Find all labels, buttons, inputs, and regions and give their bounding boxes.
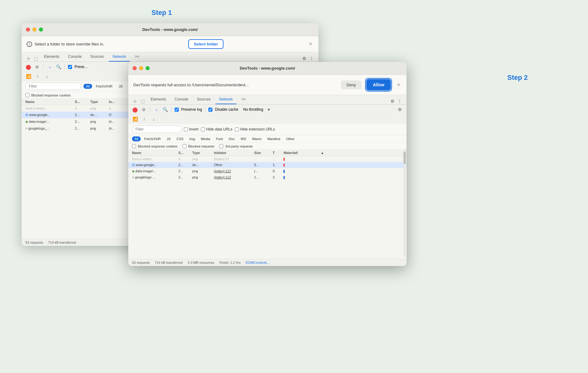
third-party-label: 3rd-party requests bbox=[219, 144, 253, 148]
filter-icon1[interactable]: ⬦ bbox=[47, 64, 53, 70]
notification-bar1: i Select a folder to store override file… bbox=[22, 36, 318, 52]
filter2-img[interactable]: Img bbox=[187, 136, 198, 141]
filter2-other[interactable]: Other bbox=[283, 136, 297, 141]
download-icon2[interactable]: ↓ bbox=[151, 116, 157, 122]
notification-close1[interactable]: × bbox=[308, 41, 313, 47]
throttling-chevron[interactable]: ▾ bbox=[266, 106, 272, 113]
filter-input2[interactable] bbox=[132, 126, 181, 133]
table-row2[interactable]: fced-2-vision... 2... png (index):11 ...… bbox=[128, 156, 407, 162]
invert-checkbox[interactable] bbox=[184, 127, 188, 131]
disable-cache-checkbox[interactable] bbox=[208, 108, 212, 112]
download-icon[interactable]: ↓ bbox=[44, 73, 50, 79]
filter-row2: Invert Hide data URLs Hide extension URL… bbox=[128, 124, 407, 135]
fullscreen-button[interactable] bbox=[39, 28, 43, 32]
more-icon2[interactable]: ⋮ bbox=[397, 98, 403, 104]
blocked-cookies-label1: Blocked response cookies bbox=[25, 93, 71, 97]
tab-console1[interactable]: Console bbox=[64, 52, 85, 62]
requests-count1: 53 requests bbox=[25, 241, 43, 244]
select-folder-button[interactable]: Select folder bbox=[188, 39, 224, 49]
scrollbar-thumb[interactable] bbox=[403, 152, 406, 164]
filter2-css[interactable]: CSS bbox=[174, 136, 186, 141]
clear-icon[interactable]: ⊘ bbox=[34, 64, 40, 70]
cursor-icon[interactable]: ⊹ bbox=[25, 55, 32, 62]
tab-network2[interactable]: Network bbox=[215, 95, 236, 104]
domcontent-link[interactable]: DOMContentL... bbox=[245, 261, 270, 264]
search-icon2[interactable]: 🔍 bbox=[162, 106, 168, 113]
deny-button[interactable]: Deny bbox=[341, 80, 361, 89]
tab-bar2: ⊹ ⬚ Elements Console Sources Network >> … bbox=[128, 95, 407, 105]
filter-all1[interactable]: All bbox=[83, 84, 92, 89]
tab-sources1[interactable]: Sources bbox=[87, 52, 108, 62]
filter2-font[interactable]: Font bbox=[214, 136, 225, 141]
filter-icon2[interactable]: ⬦ bbox=[153, 106, 160, 113]
search-icon1[interactable]: 🔍 bbox=[55, 64, 62, 70]
allow-button[interactable]: Allow bbox=[366, 79, 391, 90]
filter2-fetchxhr[interactable]: Fetch/XHR bbox=[142, 136, 163, 141]
hide-ext-label: Hide extension URLs bbox=[240, 127, 275, 131]
disable-cache-label: Disable cache bbox=[215, 107, 238, 112]
tab-elements2[interactable]: Elements bbox=[147, 95, 170, 104]
close-button2[interactable] bbox=[133, 66, 137, 70]
filter-input1[interactable] bbox=[25, 83, 81, 90]
filter2-manifest[interactable]: Manifest bbox=[265, 136, 283, 141]
tab-console2[interactable]: Console bbox=[171, 95, 192, 104]
titlebar2: DevTools - www.google.com/ bbox=[128, 62, 407, 75]
settings-icon1[interactable]: ⚙ bbox=[301, 55, 307, 62]
table-row2[interactable]: ◆data:image/... 2... png (index):112 (..… bbox=[128, 168, 407, 174]
blocked-requests-checkbox[interactable] bbox=[182, 144, 186, 148]
window1-title: DevTools - www.google.com/ bbox=[142, 27, 198, 32]
access-text: DevTools requests full access to /Users/… bbox=[133, 83, 337, 87]
filter-fetchxhr1[interactable]: Fetch/XHR bbox=[93, 84, 115, 89]
checkbox-row2: Blocked response cookies Blocked request… bbox=[128, 143, 407, 150]
settings-icon2b[interactable]: ⚙ bbox=[397, 106, 403, 113]
mobile-icon2[interactable]: ⬚ bbox=[139, 98, 146, 104]
filter-js1[interactable]: JS bbox=[116, 84, 125, 89]
mobile-icon[interactable]: ⬚ bbox=[33, 55, 39, 62]
filter2-js[interactable]: JS bbox=[164, 136, 173, 141]
toolbar2-row2: 📶 ↑ ↓ bbox=[128, 115, 407, 124]
record-stop-icon[interactable]: ⬤ bbox=[25, 64, 32, 70]
filter2-wasm[interactable]: Wasm bbox=[249, 136, 264, 141]
blocked-cookies-checkbox1[interactable] bbox=[25, 93, 29, 97]
filter2-media[interactable]: Media bbox=[198, 136, 213, 141]
close-button[interactable] bbox=[26, 28, 30, 32]
tab-elements1[interactable]: Elements bbox=[40, 52, 63, 62]
upload-icon2[interactable]: ↑ bbox=[141, 116, 147, 122]
more-icon1[interactable]: ⋮ bbox=[309, 55, 315, 62]
hide-data-checkbox[interactable] bbox=[201, 127, 205, 131]
minimize-button2[interactable] bbox=[139, 66, 143, 70]
filter2-doc[interactable]: Doc bbox=[226, 136, 237, 141]
clear-icon2[interactable]: ⊘ bbox=[141, 106, 147, 113]
tab-network1[interactable]: Network bbox=[109, 52, 130, 62]
throttling-label: No throttling bbox=[243, 107, 263, 112]
status-bar2: 53 requests 714 kB transferred 2.0 MB re… bbox=[128, 259, 407, 266]
wifi-icon[interactable]: 📶 bbox=[25, 73, 32, 79]
tab-more2[interactable]: >> bbox=[238, 95, 249, 104]
wifi-icon2[interactable]: 📶 bbox=[132, 116, 138, 122]
fullscreen-button2[interactable] bbox=[146, 66, 150, 70]
hide-ext-checkbox[interactable] bbox=[235, 127, 239, 131]
third-party-checkbox[interactable] bbox=[219, 144, 223, 148]
table-row2[interactable]: ⊟www.google... 2... do... Other 5... 1. bbox=[128, 162, 407, 168]
record-stop-icon2[interactable]: ⬤ bbox=[132, 106, 138, 113]
access-close[interactable]: × bbox=[396, 82, 402, 88]
window2: DevTools - www.google.com/ DevTools requ… bbox=[128, 62, 407, 266]
traffic-lights2 bbox=[133, 66, 150, 70]
settings-icon2[interactable]: ⚙ bbox=[389, 98, 395, 104]
transferred2: 714 kB transferred bbox=[155, 261, 183, 264]
preserve-log-checkbox2[interactable] bbox=[175, 108, 179, 112]
scrollbar[interactable] bbox=[403, 148, 406, 257]
tab-more1[interactable]: >> bbox=[131, 52, 143, 62]
allow-button-wrapper: Allow bbox=[365, 78, 392, 92]
type-filters-row2: All Fetch/XHR JS CSS Img Media Font Doc … bbox=[128, 135, 407, 143]
blocked-cookies-checkbox2[interactable] bbox=[132, 144, 136, 148]
table-row2[interactable]: ≡googlelogo ... 2... png (index):112 1..… bbox=[128, 174, 407, 180]
minimize-button[interactable] bbox=[32, 28, 36, 32]
cursor-icon2[interactable]: ⊹ bbox=[132, 98, 138, 104]
preserve-log-checkbox1[interactable] bbox=[68, 65, 72, 69]
tab-sources2[interactable]: Sources bbox=[193, 95, 214, 104]
filter2-ws[interactable]: WS bbox=[238, 136, 249, 141]
blocked-cookies-label2: Blocked response cookies bbox=[132, 144, 177, 148]
upload-icon[interactable]: ↑ bbox=[35, 73, 41, 79]
filter2-all[interactable]: All bbox=[132, 136, 141, 141]
